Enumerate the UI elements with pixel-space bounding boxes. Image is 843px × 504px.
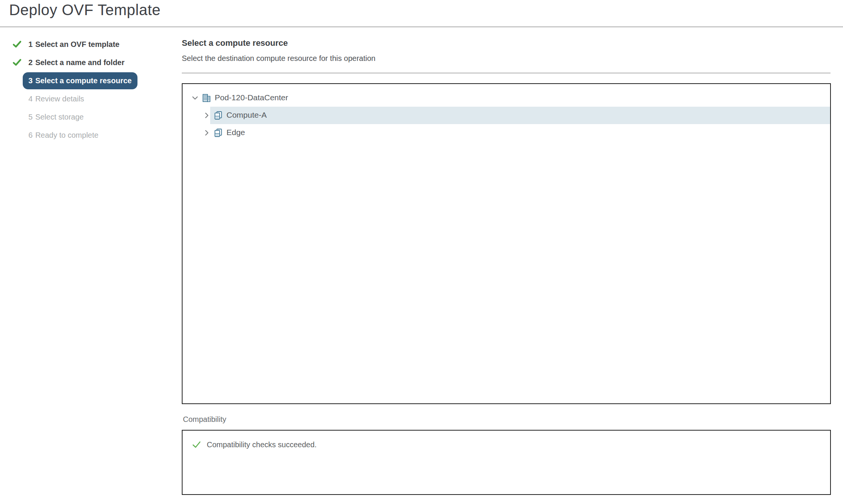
tree-item-label: Edge — [226, 128, 245, 137]
cluster-icon — [213, 110, 223, 120]
compatibility-label: Compatibility — [183, 415, 226, 424]
step-label: Select a name and folder — [35, 58, 125, 67]
tree-item-label: Pod-120-DataCenter — [215, 93, 288, 102]
chevron-down-icon[interactable] — [190, 93, 200, 103]
step-completed-check-icon — [12, 40, 22, 49]
step-label: Select storage — [35, 113, 84, 121]
chevron-right-icon[interactable] — [202, 128, 212, 138]
tree-item-edge[interactable]: Edge — [183, 124, 830, 142]
step-completed-check-icon — [12, 58, 22, 67]
step-number: 2 — [28, 58, 33, 67]
step-number: 5 — [28, 113, 33, 121]
step-3-select-a-compute-resource[interactable]: 3 Select a compute resource — [0, 72, 178, 90]
step-number: 6 — [28, 131, 33, 140]
active-step-pill: 3 Select a compute resource — [23, 72, 137, 89]
step-label: Review details — [35, 95, 84, 103]
compatibility-panel: Compatibility checks succeeded. — [182, 430, 831, 495]
step-4-review-details: 4 Review details — [0, 90, 178, 108]
step-number: 1 — [28, 40, 33, 49]
step-label: Select an OVF template — [35, 40, 119, 49]
cluster-icon — [213, 128, 223, 138]
wizard-steps-nav: 1 Select an OVF template 2 Select a name… — [0, 35, 178, 144]
wizard-title: Deploy OVF Template — [9, 2, 161, 19]
content-divider — [182, 73, 831, 73]
step-2-select-a-name-and-folder[interactable]: 2 Select a name and folder — [0, 53, 178, 72]
page-description: Select the destination compute resource … — [182, 54, 375, 63]
step-number: 4 — [28, 95, 33, 103]
compatibility-status-row: Compatibility checks succeeded. — [192, 440, 830, 450]
compatibility-message: Compatibility checks succeeded. — [207, 440, 317, 449]
tree-item-label: Compute-A — [226, 110, 267, 120]
title-divider — [0, 26, 843, 27]
success-check-icon — [192, 440, 201, 450]
step-6-ready-to-complete: 6 Ready to complete — [0, 126, 178, 144]
step-1-select-an-ovf-template[interactable]: 1 Select an OVF template — [0, 35, 178, 53]
tree-item-compute-a[interactable]: Compute-A — [183, 107, 830, 124]
datacenter-icon — [201, 93, 211, 103]
chevron-right-icon[interactable] — [202, 110, 212, 120]
page-title: Select a compute resource — [182, 38, 288, 48]
tree-item-pod-120-datacenter[interactable]: Pod-120-DataCenter — [183, 89, 830, 107]
step-5-select-storage: 5 Select storage — [0, 108, 178, 126]
step-label: Ready to complete — [35, 131, 98, 140]
compute-resource-tree: Pod-120-DataCenter Compute-A — [182, 83, 831, 404]
step-number: 3 — [28, 76, 33, 85]
step-label: Select a compute resource — [35, 76, 132, 85]
